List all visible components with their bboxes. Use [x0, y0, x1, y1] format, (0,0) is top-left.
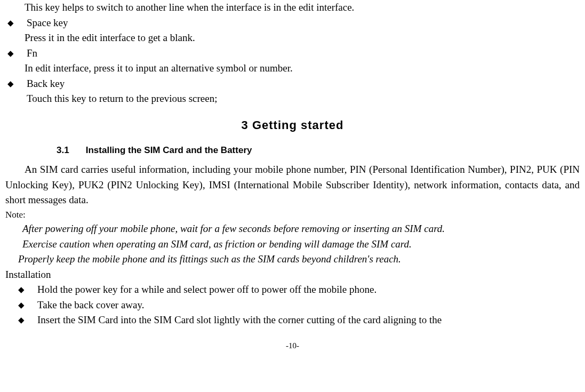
- diamond-icon: ◆: [5, 46, 27, 61]
- diamond-icon: ◆: [5, 76, 27, 91]
- section-heading: 3.1 Installing the SIM Card and the Batt…: [57, 143, 580, 157]
- page-number: -10-: [5, 340, 580, 352]
- install-label: Installation: [5, 267, 580, 283]
- list-item: ◆ Fn: [5, 46, 580, 61]
- list-item: ◆ Back key: [5, 76, 580, 92]
- note-label: Note:: [5, 208, 580, 222]
- chapter-heading: 3 Getting started: [5, 116, 580, 134]
- note-text: After powering off your mobile phone, wa…: [22, 221, 580, 237]
- item-text: Take the back cover away.: [37, 298, 580, 313]
- continued-text: This key helps to switch to another line…: [25, 0, 580, 15]
- section-number: 3.1: [57, 143, 83, 157]
- list-item: ◆ Hold the power key for a while and sel…: [5, 282, 580, 298]
- item-title: Back key: [27, 76, 580, 92]
- diamond-icon: ◆: [5, 15, 27, 30]
- item-title: Fn: [27, 46, 580, 61]
- item-desc: In edit interface, press it to input an …: [25, 61, 580, 76]
- section-title: Installing the SIM Card and the Battery: [86, 145, 252, 155]
- diamond-icon: ◆: [5, 282, 37, 297]
- list-item: ◆ Insert the SIM Card into the SIM Card …: [5, 313, 580, 328]
- paragraph: An SIM card carries useful information, …: [5, 162, 580, 208]
- diamond-icon: ◆: [5, 313, 37, 327]
- list-item: ◆ Space key: [5, 15, 580, 31]
- note-text: Exercise caution when operating an SIM c…: [22, 237, 580, 252]
- item-title: Space key: [27, 15, 580, 31]
- note-text: Properly keep the mobile phone and its f…: [18, 252, 580, 267]
- item-desc: Press it in the edit interface to get a …: [25, 30, 580, 46]
- list-item: ◆ Take the back cover away.: [5, 298, 580, 313]
- item-text: Hold the power key for a while and selec…: [37, 282, 580, 298]
- item-desc: Touch this key to return to the previous…: [27, 91, 580, 107]
- diamond-icon: ◆: [5, 298, 37, 313]
- item-text: Insert the SIM Card into the SIM Card sl…: [37, 313, 580, 328]
